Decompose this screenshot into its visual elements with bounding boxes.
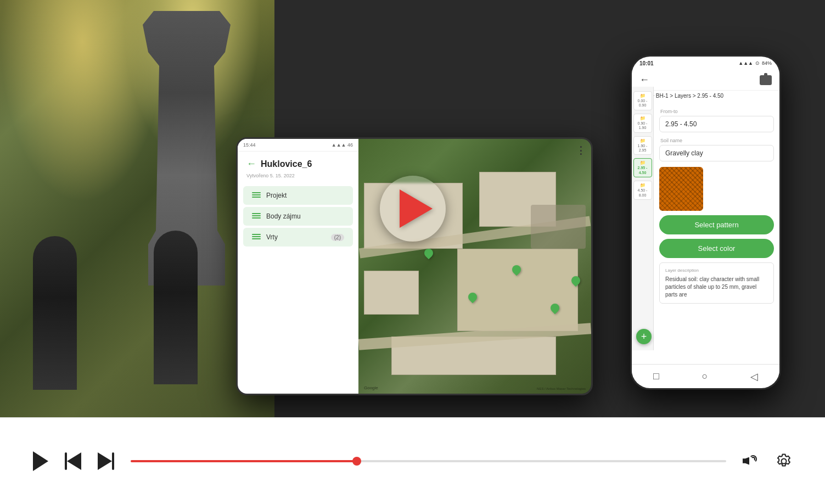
phone-bottom-nav: □ ○ ◁: [632, 364, 779, 377]
layer-range-4: 2.95 -4.50: [635, 166, 650, 175]
scene-background: [0, 0, 274, 417]
skip-prev-icon: [65, 452, 81, 470]
nav-back-button[interactable]: ◁: [750, 371, 758, 378]
control-bar: [0, 417, 825, 504]
skip-prev-button[interactable]: [65, 452, 81, 470]
layer-item-3[interactable]: 📁 1.90 -2.95: [633, 136, 652, 155]
play-control-icon: [33, 451, 48, 471]
phone-battery: 84%: [762, 60, 772, 66]
skip-next-button[interactable]: [98, 452, 114, 470]
map-building-3: [364, 271, 419, 315]
soil-name-value[interactable]: Gravelly clay: [659, 145, 774, 161]
tablet-title: Huklovice_6: [261, 159, 312, 169]
soil-name-label: Soil name: [659, 138, 774, 143]
play-control-button[interactable]: [33, 451, 48, 471]
skip-next-icon: [98, 452, 114, 470]
layer-desc-value: Residual soil: clay character with small…: [665, 276, 768, 299]
soil-pattern-swatch: [659, 167, 703, 211]
volume-wave-2: [749, 455, 757, 463]
layer-folder-icon-1: 📁: [635, 93, 650, 98]
tablet-time: 15:44: [243, 142, 256, 148]
tablet-menu-badge-vrty: (2): [331, 234, 344, 241]
projekt-icon: [252, 192, 261, 199]
tablet-map: Google NES / Airbus Maxar Technologies ⋮: [358, 139, 591, 394]
layer-folder-icon-4: 📁: [635, 160, 650, 165]
from-to-group: From-to 2.95 - 4.50: [659, 109, 774, 132]
progress-thumb[interactable]: [352, 457, 361, 466]
play-triangle-icon: [400, 189, 433, 228]
select-color-button[interactable]: Select color: [659, 239, 774, 258]
worker-2-silhouette: [154, 231, 198, 384]
tablet-subtitle: Vytvořeno 5. 15. 2022: [238, 173, 358, 184]
phone-time: 10:01: [639, 60, 654, 66]
volume-speaker-icon: [743, 457, 749, 465]
layer-item-5[interactable]: 📁 4.50 -8.00: [633, 181, 652, 200]
layer-range-1: 0.00 -0.90: [635, 99, 650, 108]
tablet-status-icons: ▲▲▲ 46: [332, 142, 353, 148]
phone-back-button[interactable]: ←: [639, 74, 649, 86]
layer-item-1[interactable]: 📁 0.00 -0.90: [633, 91, 652, 110]
tablet-panel: 15:44 ▲▲▲ 46 ← Huklovice_6 Vytvořeno 5. …: [238, 139, 358, 394]
layer-range-3: 1.90 -2.95: [635, 144, 650, 153]
vrty-icon: [252, 234, 261, 240]
tablet-menu-label-projekt: Projekt: [266, 192, 344, 199]
layer-item-2[interactable]: 📁 0.90 -1.90: [633, 114, 652, 133]
body-icon: [252, 213, 261, 220]
map-google-label: Google: [364, 385, 378, 390]
phone-statusbar: 10:01 ▲▲▲ ⊙ 84%: [632, 57, 779, 70]
tablet-header: ← Huklovice_6: [238, 152, 358, 173]
layer-desc-label: Layer description: [665, 267, 768, 273]
phone-camera-icon: [760, 75, 772, 85]
phone-layers-sidebar: 📁 0.00 -0.90 📁 0.90 -1.90 📁 1.90 -2.95 📁…: [632, 87, 654, 350]
tablet-menu-label-vrty: Vrty: [266, 233, 325, 241]
tablet-statusbar: 15:44 ▲▲▲ 46: [238, 139, 358, 152]
layer-folder-icon-5: 📁: [635, 183, 650, 188]
layer-folder-icon-3: 📁: [635, 138, 650, 143]
tablet-more-button[interactable]: ⋮: [576, 144, 586, 156]
phone-nav-bar: ←: [632, 70, 779, 91]
tablet-menu-vrty[interactable]: Vrty (2): [243, 228, 353, 247]
phone-screen: ← oles > BH-1 > Layers > 2.95 - 4.50 📁 0…: [632, 70, 779, 377]
map-parking: [531, 205, 586, 249]
map-aerial-view: Google NES / Airbus Maxar Technologies: [358, 139, 591, 394]
gear-icon: [776, 453, 792, 469]
layer-range-5: 4.50 -8.00: [635, 188, 650, 198]
map-attribution: NES / Airbus Maxar Technologies: [537, 387, 586, 390]
phone-breadcrumb: oles > BH-1 > Layers > 2.95 - 4.50: [632, 91, 779, 103]
tablet-menu-label-body: Body zájmu: [266, 212, 344, 220]
fab-add-button[interactable]: +: [636, 329, 652, 344]
layer-item-4[interactable]: 📁 2.95 -4.50: [633, 158, 652, 177]
from-to-label: From-to: [659, 109, 774, 114]
phone-wifi-icon: ⊙: [755, 60, 760, 66]
tablet-menu-projekt[interactable]: Projekt: [243, 186, 353, 205]
layer-description-box: Layer description Residual soil: clay ch…: [659, 262, 774, 304]
skip-next-bar: [112, 452, 114, 470]
skip-next-triangle: [98, 452, 112, 470]
progress-fill: [131, 460, 357, 462]
progress-bar[interactable]: [131, 460, 726, 462]
play-button[interactable]: [380, 176, 446, 242]
phone-content: From-to 2.95 - 4.50 Soil name Gravelly c…: [654, 103, 779, 309]
settings-button[interactable]: [776, 453, 792, 469]
select-pattern-button[interactable]: Select pattern: [659, 215, 774, 234]
from-to-value[interactable]: 2.95 - 4.50: [659, 116, 774, 132]
phone-status-icons: ▲▲▲ ⊙ 84%: [738, 60, 772, 66]
tablet-back-button[interactable]: ←: [246, 158, 256, 170]
volume-button[interactable]: [743, 454, 759, 468]
layer-folder-icon-2: 📁: [635, 116, 650, 121]
map-building-4: [457, 249, 578, 331]
skip-prev-triangle: [67, 452, 81, 470]
soil-name-group: Soil name Gravelly clay: [659, 138, 774, 161]
nav-home-button[interactable]: □: [653, 371, 659, 377]
tablet-menu-body[interactable]: Body zájmu: [243, 207, 353, 226]
video-container: 15:44 ▲▲▲ 46 ← Huklovice_6 Vytvořeno 5. …: [0, 0, 825, 417]
nav-circle-button[interactable]: ○: [702, 371, 708, 377]
layer-range-2: 0.90 -1.90: [635, 121, 650, 131]
phone-device: 10:01 ▲▲▲ ⊙ 84% ← oles > BH-1 > Layers >…: [630, 55, 781, 390]
worker-1-silhouette: [33, 236, 77, 390]
phone-signal-icon: ▲▲▲: [738, 60, 753, 66]
